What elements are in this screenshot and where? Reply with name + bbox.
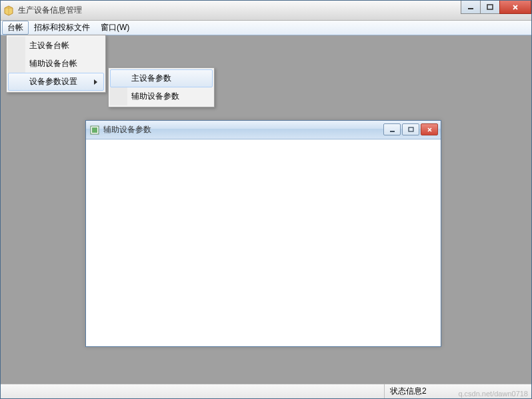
menu-window[interactable]: 窗口(W): [95, 21, 135, 35]
menu-item-main-ledger[interactable]: 主设备台帐: [8, 37, 104, 55]
main-titlebar: 生产设备信息管理: [1, 1, 531, 21]
minimize-icon: [467, 4, 474, 11]
svg-rect-0: [468, 8, 473, 9]
close-icon: [512, 4, 519, 11]
minimize-button[interactable]: [461, 1, 481, 14]
menu-item-label: 主设备参数: [131, 73, 171, 83]
menubar: 台帐 招标和投标文件 窗口(W): [1, 21, 531, 35]
close-icon: [427, 127, 433, 133]
menu-bidding[interactable]: 招标和投标文件: [29, 21, 95, 35]
menu-item-main-params[interactable]: 主设备参数: [110, 69, 213, 87]
menu-item-label: 辅助设备参数: [131, 91, 179, 101]
menu-item-aux-ledger[interactable]: 辅助设备台帐: [8, 55, 104, 73]
dropdown-param-submenu: 主设备参数 辅助设备参数: [108, 67, 215, 107]
maximize-button[interactable]: [480, 1, 500, 14]
status-pane-1: [1, 384, 385, 398]
status-pane-2: 状态信息2: [385, 384, 531, 398]
child-window: 辅助设备参数: [85, 120, 441, 347]
close-button[interactable]: [499, 1, 531, 14]
app-icon: [3, 5, 14, 16]
statusbar: 状态信息2: [1, 384, 531, 398]
maximize-icon: [408, 127, 414, 133]
minimize-icon: [389, 127, 395, 133]
menu-item-label: 设备参数设置: [29, 77, 77, 86]
main-title: 生产设备信息管理: [18, 5, 529, 16]
menu-ledger[interactable]: 台帐: [2, 21, 29, 35]
child-window-content: [89, 142, 438, 344]
menu-item-label: 辅助设备台帐: [29, 59, 77, 68]
svg-rect-5: [409, 127, 413, 131]
child-minimize-button[interactable]: [383, 123, 401, 135]
child-window-controls: [383, 123, 438, 135]
menu-item-param-settings[interactable]: 设备参数设置: [8, 73, 104, 91]
menu-item-aux-params[interactable]: 辅助设备参数: [110, 87, 213, 105]
maximize-icon: [487, 4, 493, 11]
svg-rect-4: [390, 131, 395, 132]
child-maximize-button[interactable]: [402, 123, 419, 135]
submenu-arrow-icon: [94, 77, 98, 87]
menu-item-label: 主设备台帐: [29, 41, 69, 50]
window-controls: [461, 1, 531, 14]
child-close-button[interactable]: [421, 123, 438, 135]
dropdown-ledger-menu: 主设备台帐 辅助设备台帐 设备参数设置: [6, 35, 106, 93]
child-window-icon: [90, 125, 99, 135]
svg-rect-1: [487, 5, 493, 9]
child-titlebar[interactable]: 辅助设备参数: [86, 121, 441, 139]
svg-rect-3: [92, 127, 97, 133]
